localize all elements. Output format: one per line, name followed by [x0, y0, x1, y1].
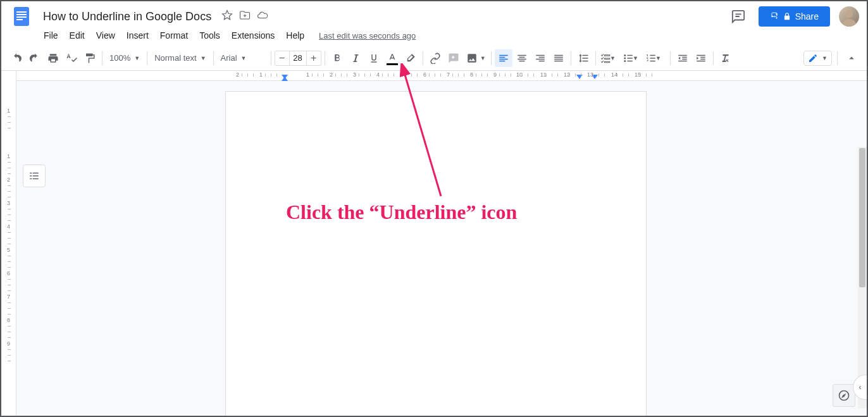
- align-right-button[interactable]: [531, 49, 549, 67]
- paint-format-button[interactable]: [81, 49, 99, 67]
- zoom-dropdown[interactable]: 100%▼: [106, 49, 144, 67]
- italic-button[interactable]: [347, 49, 364, 67]
- svg-rect-1: [16, 11, 27, 13]
- separator: [713, 51, 714, 65]
- share-button[interactable]: Share: [759, 6, 830, 27]
- chevron-down-icon: ▼: [241, 55, 247, 61]
- explore-button[interactable]: [833, 384, 855, 407]
- font-size-increase[interactable]: +: [307, 51, 321, 65]
- font-size-input[interactable]: 28: [289, 51, 307, 65]
- menu-tools[interactable]: Tools: [195, 28, 225, 43]
- indent-marker-right[interactable]: [576, 75, 583, 79]
- menu-edit[interactable]: Edit: [65, 28, 89, 43]
- svg-rect-4: [16, 19, 23, 20]
- align-justify-button[interactable]: [550, 49, 567, 67]
- separator: [491, 51, 492, 65]
- horizontal-ruler[interactable]: 21123456789101112131415: [16, 71, 867, 81]
- toolbar: 100%▼ Normal text▼ Arial▼ − 28 + ▼ ▼ ▼: [1, 46, 867, 71]
- first-line-indent-marker[interactable]: [282, 77, 288, 81]
- numbered-list-button[interactable]: ▼: [645, 49, 662, 67]
- decrease-indent-button[interactable]: [674, 49, 691, 67]
- chevron-down-icon: ▼: [822, 55, 828, 61]
- chevron-down-icon: ▼: [655, 55, 661, 61]
- last-edit-link[interactable]: Last edit was seconds ago: [319, 31, 416, 40]
- menu-view[interactable]: View: [92, 28, 120, 43]
- move-icon[interactable]: [239, 9, 251, 23]
- menu-insert[interactable]: Insert: [122, 28, 153, 43]
- separator: [147, 51, 147, 65]
- increase-indent-button[interactable]: [692, 49, 710, 67]
- document-title[interactable]: How to Underline in Google Docs: [39, 9, 215, 25]
- undo-button[interactable]: [8, 49, 25, 67]
- chevron-down-icon: ▼: [633, 55, 638, 61]
- separator: [571, 51, 571, 65]
- docs-logo[interactable]: [9, 4, 34, 29]
- comment-history-button[interactable]: [727, 5, 750, 28]
- share-label: Share: [795, 11, 819, 22]
- clear-formatting-button[interactable]: [717, 49, 735, 67]
- separator: [837, 51, 838, 65]
- cloud-status-icon[interactable]: [257, 9, 268, 23]
- document-page[interactable]: [225, 91, 647, 416]
- account-avatar[interactable]: [839, 6, 859, 27]
- menu-file[interactable]: File: [39, 28, 63, 43]
- underline-button[interactable]: [365, 49, 383, 67]
- redo-button[interactable]: [26, 49, 44, 67]
- separator: [595, 51, 596, 65]
- font-dropdown[interactable]: Arial▼: [217, 49, 268, 67]
- bulleted-list-button[interactable]: ▼: [622, 49, 640, 67]
- line-spacing-button[interactable]: [574, 49, 592, 67]
- font-size-control: − 28 +: [275, 51, 321, 66]
- add-comment-button[interactable]: [445, 49, 462, 67]
- insert-link-button[interactable]: [426, 49, 444, 67]
- vertical-scrollbar[interactable]: [858, 147, 867, 408]
- separator: [102, 51, 102, 65]
- chevron-down-icon: ▼: [480, 55, 486, 61]
- separator: [271, 51, 271, 65]
- svg-point-8: [624, 57, 626, 59]
- paragraph-style-dropdown[interactable]: Normal text▼: [151, 49, 209, 67]
- svg-point-6: [845, 10, 853, 18]
- chevron-down-icon: ▼: [610, 55, 616, 61]
- checklist-button[interactable]: ▼: [599, 49, 617, 67]
- editing-mode-button[interactable]: ▼: [803, 51, 832, 66]
- spellcheck-button[interactable]: [63, 49, 80, 67]
- separator: [325, 51, 325, 65]
- font-size-decrease[interactable]: −: [275, 51, 289, 65]
- align-left-button[interactable]: [495, 49, 512, 67]
- separator: [213, 51, 214, 65]
- vertical-ruler: 1123456789: [1, 71, 16, 416]
- separator: [423, 51, 423, 65]
- menu-help[interactable]: Help: [282, 28, 309, 43]
- document-outline-button[interactable]: [23, 165, 46, 187]
- chevron-down-icon: ▼: [134, 55, 140, 61]
- collapse-toolbar-button[interactable]: [843, 49, 860, 67]
- text-color-button[interactable]: [383, 49, 401, 67]
- menu-extensions[interactable]: Extensions: [227, 28, 279, 43]
- menu-format[interactable]: Format: [156, 28, 192, 43]
- separator: [670, 51, 671, 65]
- align-center-button[interactable]: [513, 49, 531, 67]
- highlight-color-button[interactable]: [402, 49, 419, 67]
- svg-rect-3: [16, 16, 27, 18]
- svg-point-9: [624, 60, 626, 62]
- chevron-down-icon: ▼: [201, 55, 206, 61]
- svg-point-7: [624, 54, 626, 56]
- scrollbar-thumb[interactable]: [859, 148, 865, 287]
- star-icon[interactable]: [221, 9, 233, 23]
- bold-button[interactable]: [328, 49, 346, 67]
- svg-rect-2: [16, 14, 27, 15]
- menubar: File Edit View Insert Format Tools Exten…: [1, 27, 867, 46]
- insert-image-button[interactable]: ▼: [463, 49, 481, 67]
- print-button[interactable]: [44, 49, 62, 67]
